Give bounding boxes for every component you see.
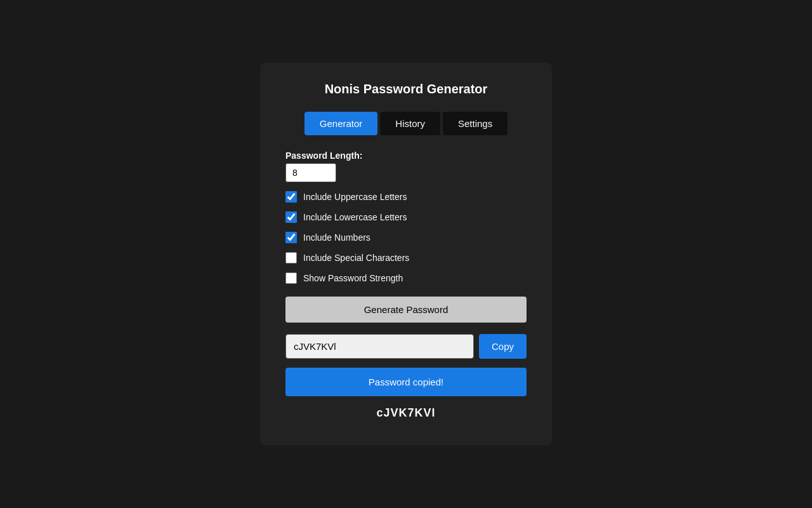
password-output-input[interactable] (285, 334, 474, 359)
checkbox-uppercase-label: Include Uppercase Letters (303, 192, 407, 202)
generator-form: Password Length: Include Uppercase Lette… (285, 150, 527, 396)
checkbox-row-uppercase: Include Uppercase Letters (285, 191, 527, 203)
checkbox-strength[interactable] (285, 272, 297, 284)
checkbox-row-special: Include Special Characters (285, 252, 527, 264)
tab-bar: Generator History Settings (285, 112, 527, 135)
checkbox-uppercase[interactable] (285, 191, 297, 203)
tab-history[interactable]: History (380, 112, 440, 135)
checkbox-row-strength: Show Password Strength (285, 272, 527, 284)
app-container: Nonis Password Generator Generator Histo… (260, 63, 552, 445)
checkbox-lowercase-label: Include Lowercase Letters (303, 212, 407, 222)
history-recent-password: cJVK7KVl (285, 406, 527, 420)
copy-button[interactable]: Copy (479, 334, 527, 359)
generate-password-button[interactable]: Generate Password (285, 297, 527, 323)
tab-generator[interactable]: Generator (304, 112, 378, 135)
app-title: Nonis Password Generator (325, 82, 488, 97)
checkbox-row-lowercase: Include Lowercase Letters (285, 211, 527, 223)
checkbox-numbers-label: Include Numbers (303, 232, 370, 243)
checkbox-special[interactable] (285, 252, 297, 264)
password-length-input[interactable] (285, 163, 336, 182)
password-length-section: Password Length: (285, 150, 527, 182)
checkbox-lowercase[interactable] (285, 211, 297, 223)
history-section: cJVK7KVl (285, 406, 527, 420)
password-output-row: Copy (285, 334, 527, 359)
tab-settings[interactable]: Settings (443, 112, 508, 135)
checkbox-strength-label: Show Password Strength (303, 273, 403, 283)
copied-banner: Password copied! (285, 368, 527, 396)
checkbox-special-label: Include Special Characters (303, 253, 409, 263)
password-length-label: Password Length: (285, 150, 527, 161)
checkbox-numbers[interactable] (285, 232, 297, 243)
checkbox-row-numbers: Include Numbers (285, 232, 527, 243)
